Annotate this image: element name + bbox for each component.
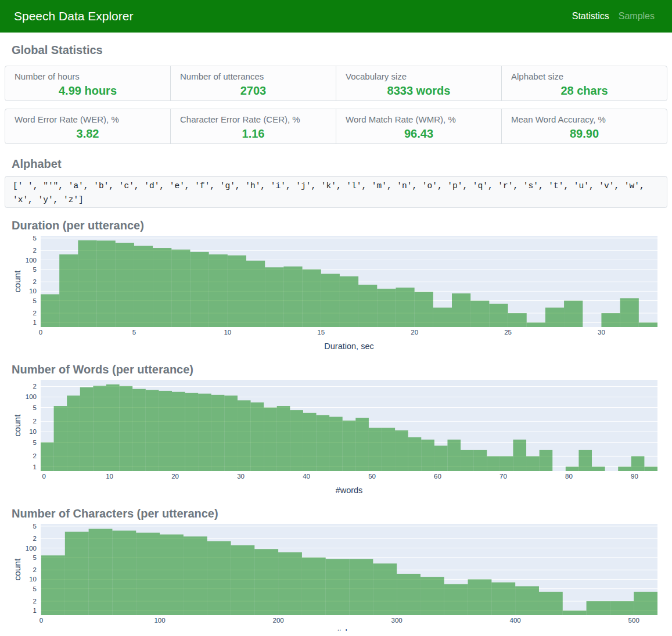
svg-text:5: 5	[33, 523, 37, 530]
svg-text:5: 5	[33, 585, 37, 592]
nav-statistics[interactable]: Statistics	[572, 11, 609, 21]
stat-value: 8333 words	[346, 84, 492, 98]
stat-value: 89.90	[511, 127, 657, 141]
svg-text:2: 2	[33, 278, 37, 285]
stat-value: 2703	[180, 84, 326, 98]
stat-label: Number of hours	[15, 71, 161, 81]
chars-chart-title: Number of Characters (per utterance)	[12, 505, 667, 522]
stat-label: Mean Word Accuracy, %	[511, 114, 657, 124]
svg-text:90: 90	[631, 473, 638, 480]
svg-text:40: 40	[303, 473, 310, 480]
svg-text:#words: #words	[336, 486, 363, 495]
stat-card: Character Error Rate (CER), %1.16	[170, 109, 336, 143]
chars-histogram[interactable]: 1251025100250100200300400500#charscount	[5, 522, 667, 631]
stat-label: Vocabulary size	[346, 71, 492, 81]
svg-text:1: 1	[33, 463, 37, 470]
stat-label: Word Match Rate (WMR), %	[346, 114, 492, 124]
svg-text:400: 400	[510, 617, 521, 624]
svg-text:5: 5	[33, 266, 37, 273]
svg-text:1: 1	[33, 319, 37, 326]
stat-card: Word Match Rate (WMR), %96.43	[336, 109, 501, 143]
words-histogram[interactable]: 125102510020102030405060708090#wordscoun…	[5, 378, 667, 503]
svg-text:25: 25	[504, 329, 512, 336]
navbar-nav: Statistics Samples	[572, 11, 655, 21]
svg-text:5: 5	[33, 439, 37, 446]
svg-text:5: 5	[33, 554, 37, 561]
stats-row-2: Word Error Rate (WER), %3.82Character Er…	[5, 109, 667, 144]
stat-card: Number of utterances2703	[170, 66, 336, 100]
stat-value: 96.43	[346, 127, 492, 141]
svg-text:Duration, sec: Duration, sec	[324, 342, 373, 351]
svg-text:2: 2	[33, 566, 37, 573]
svg-text:count: count	[12, 558, 22, 581]
svg-text:20: 20	[171, 473, 179, 480]
svg-text:70: 70	[499, 473, 507, 480]
svg-text:2: 2	[33, 247, 37, 254]
stat-label: Number of utterances	[180, 71, 326, 81]
duration-chart-title: Duration (per utterance)	[12, 217, 667, 233]
svg-text:10: 10	[29, 428, 37, 435]
svg-text:0: 0	[42, 473, 45, 480]
svg-text:500: 500	[628, 617, 639, 624]
words-chart-title: Number of Words (per utterance)	[12, 361, 667, 378]
svg-text:10: 10	[29, 576, 37, 583]
nav-samples[interactable]: Samples	[619, 11, 655, 21]
svg-text:5: 5	[132, 329, 136, 336]
svg-text:2: 2	[33, 535, 37, 542]
svg-text:10: 10	[224, 329, 231, 336]
stat-label: Character Error Rate (CER), %	[180, 114, 326, 124]
stat-label: Word Error Rate (WER), %	[15, 114, 161, 124]
svg-text:80: 80	[565, 473, 573, 480]
svg-text:2: 2	[33, 452, 37, 459]
stat-value: 28 chars	[511, 84, 657, 98]
stat-card: Number of hours4.99 hours	[5, 66, 170, 100]
stat-value: 1.16	[180, 127, 326, 141]
svg-text:#chars: #chars	[336, 628, 362, 631]
svg-text:100: 100	[154, 617, 165, 624]
svg-text:30: 30	[237, 473, 245, 480]
svg-text:5: 5	[33, 235, 37, 242]
stat-card: Mean Word Accuracy, %89.90	[501, 109, 667, 143]
svg-text:100: 100	[26, 393, 37, 400]
stat-label: Alphabet size	[511, 71, 657, 81]
svg-text:1: 1	[33, 607, 37, 614]
alphabet-heading: Alphabet	[12, 156, 667, 172]
svg-text:200: 200	[272, 617, 283, 624]
stat-card: Vocabulary size8333 words	[336, 66, 501, 100]
stat-value: 3.82	[15, 127, 161, 141]
svg-text:0: 0	[39, 329, 42, 336]
svg-text:0: 0	[39, 617, 43, 624]
svg-text:10: 10	[29, 288, 37, 294]
svg-text:10: 10	[106, 473, 113, 480]
svg-text:300: 300	[391, 617, 403, 624]
stats-row-1: Number of hours4.99 hoursNumber of utter…	[5, 66, 667, 101]
stat-card: Alphabet size28 chars	[501, 66, 667, 100]
duration-histogram[interactable]: 125102510025051015202530Duration, seccou…	[5, 233, 667, 359]
navbar: Speech Data Explorer Statistics Samples	[0, 0, 672, 33]
svg-text:30: 30	[598, 329, 605, 336]
app-title: Speech Data Explorer	[14, 9, 133, 23]
svg-text:5: 5	[33, 297, 37, 304]
svg-text:100: 100	[26, 257, 37, 264]
svg-text:5: 5	[33, 404, 37, 411]
svg-text:15: 15	[317, 329, 325, 336]
svg-text:50: 50	[368, 473, 376, 480]
stat-value: 4.99 hours	[15, 84, 161, 98]
svg-text:60: 60	[434, 473, 441, 480]
svg-text:20: 20	[411, 329, 418, 336]
svg-text:count: count	[12, 270, 22, 293]
svg-text:2: 2	[33, 383, 37, 390]
global-statistics-heading: Global Statistics	[12, 42, 667, 58]
svg-text:2: 2	[33, 310, 37, 317]
stat-card: Word Error Rate (WER), %3.82	[5, 109, 170, 143]
svg-text:2: 2	[33, 598, 37, 605]
svg-text:100: 100	[26, 545, 37, 552]
alphabet-box: [' ', "'", 'a', 'b', 'c', 'd', 'e', 'f',…	[5, 176, 667, 208]
svg-text:count: count	[12, 414, 22, 437]
svg-text:2: 2	[33, 418, 37, 425]
